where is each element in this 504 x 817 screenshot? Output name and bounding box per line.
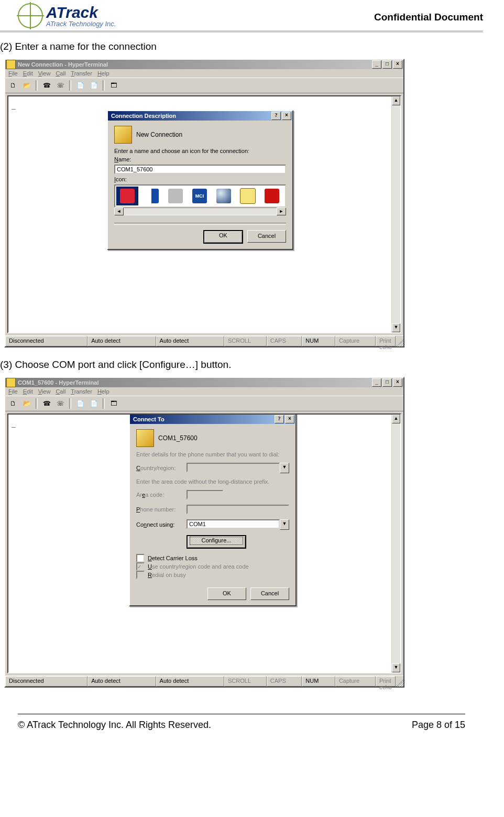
help-button[interactable]: ? bbox=[271, 112, 281, 120]
connect-using-label: Connect using: bbox=[136, 521, 183, 528]
icon-option-5[interactable] bbox=[216, 189, 231, 203]
chevron-down-icon[interactable]: ▼ bbox=[280, 519, 289, 530]
maximize-button[interactable]: □ bbox=[382, 60, 392, 69]
icon-scrollbar[interactable]: ◄ ► bbox=[114, 208, 286, 215]
menu-file[interactable]: File bbox=[8, 388, 18, 395]
hyperterminal-window-1: New Connection - HyperTerminal _ □ × Fil… bbox=[4, 59, 404, 347]
scroll-left-icon[interactable]: ◄ bbox=[114, 208, 124, 215]
icon-option-6[interactable] bbox=[240, 188, 256, 204]
status-bar: Disconnected Auto detect Auto detect SCR… bbox=[5, 676, 403, 687]
app-icon bbox=[6, 378, 16, 387]
menubar: File Edit View Call Transfer Help bbox=[5, 69, 403, 78]
titlebar[interactable]: COM1_57600 - HyperTerminal _ □ × bbox=[5, 378, 403, 387]
cursor-icon: _ bbox=[12, 420, 16, 428]
status-connection: Disconnected bbox=[5, 336, 87, 346]
vertical-scrollbar[interactable]: ▲ ▼ bbox=[391, 415, 400, 672]
properties-icon[interactable]: 🗔 bbox=[108, 80, 119, 91]
scroll-up-icon[interactable]: ▲ bbox=[392, 96, 400, 105]
menu-help[interactable]: Help bbox=[97, 388, 109, 395]
resize-grip-icon[interactable] bbox=[396, 336, 403, 346]
scroll-down-icon[interactable]: ▼ bbox=[392, 323, 400, 332]
app-icon bbox=[6, 60, 16, 69]
icon-option-3[interactable] bbox=[168, 189, 183, 203]
titlebar[interactable]: New Connection - HyperTerminal _ □ × bbox=[5, 60, 403, 69]
icon-option-7[interactable] bbox=[265, 189, 279, 203]
status-scroll: SCROLL bbox=[224, 676, 267, 687]
icon-option-4[interactable]: MCI bbox=[192, 189, 207, 203]
new-icon[interactable]: 🗋 bbox=[7, 398, 19, 409]
scroll-up-icon[interactable]: ▲ bbox=[392, 415, 400, 423]
send-icon[interactable]: 📄 bbox=[74, 80, 86, 91]
dialog-close-button[interactable]: × bbox=[282, 112, 291, 120]
redial-checkbox: Redial on busy bbox=[136, 571, 289, 579]
step2-caption: (2) Enter a name for the connection bbox=[0, 41, 483, 52]
open-icon[interactable]: 📂 bbox=[21, 398, 32, 409]
resize-grip-icon[interactable] bbox=[396, 676, 403, 687]
brand-subtitle: ATrack Technology Inc. bbox=[46, 20, 116, 27]
window-title: New Connection - HyperTerminal bbox=[18, 61, 371, 68]
help-button[interactable]: ? bbox=[275, 415, 284, 423]
name-input[interactable]: COM1_57600 bbox=[114, 165, 286, 174]
menu-transfer[interactable]: Transfer bbox=[71, 388, 92, 395]
menubar: File Edit View Call Transfer Help bbox=[5, 387, 403, 396]
chevron-down-icon: ▼ bbox=[280, 463, 289, 473]
icon-label: Icon: bbox=[114, 176, 127, 182]
country-combo bbox=[187, 463, 280, 472]
dialog-titlebar[interactable]: Connection Description ? × bbox=[108, 111, 292, 121]
brand-logo: ATrack ATrack Technology Inc. bbox=[18, 3, 116, 28]
name-label: Name: bbox=[114, 156, 131, 162]
close-button[interactable]: × bbox=[393, 378, 402, 387]
cancel-button[interactable]: Cancel bbox=[247, 230, 286, 243]
menu-transfer[interactable]: Transfer bbox=[71, 70, 92, 77]
menu-call[interactable]: Call bbox=[56, 388, 65, 395]
dialog-titlebar[interactable]: Connect To ? × bbox=[130, 415, 295, 424]
hangup-icon[interactable]: ☏ bbox=[54, 80, 66, 91]
properties-icon[interactable]: 🗔 bbox=[108, 398, 119, 409]
menu-view[interactable]: View bbox=[38, 70, 51, 77]
detect-carrier-checkbox[interactable]: Detect Carrier Loss bbox=[136, 554, 289, 562]
cancel-button[interactable]: Cancel bbox=[250, 587, 289, 600]
menu-view[interactable]: View bbox=[38, 388, 51, 395]
footer-page: Page 8 of 15 bbox=[412, 720, 465, 731]
menu-help[interactable]: Help bbox=[97, 70, 109, 77]
close-button[interactable]: × bbox=[393, 60, 402, 69]
country-label: Country/region: bbox=[136, 465, 183, 471]
ok-button[interactable]: OK bbox=[203, 230, 243, 244]
menu-call[interactable]: Call bbox=[56, 70, 65, 77]
open-icon[interactable]: 📂 bbox=[21, 80, 32, 91]
scroll-right-icon[interactable]: ► bbox=[277, 208, 286, 215]
connect-using-combo[interactable]: COM1 bbox=[187, 519, 280, 529]
icon-option-2[interactable] bbox=[144, 189, 159, 203]
menu-file[interactable]: File bbox=[8, 70, 18, 77]
ok-button[interactable]: OK bbox=[207, 587, 246, 600]
icon-option-1[interactable] bbox=[120, 189, 135, 203]
phone-icon bbox=[136, 429, 154, 447]
menu-edit[interactable]: Edit bbox=[23, 388, 33, 395]
configure-button[interactable]: Configure... bbox=[187, 535, 246, 549]
new-icon[interactable]: 🗋 bbox=[7, 80, 19, 91]
scroll-down-icon[interactable]: ▼ bbox=[392, 663, 400, 672]
area-input bbox=[187, 490, 223, 499]
hangup-icon[interactable]: ☏ bbox=[54, 398, 66, 409]
maximize-button[interactable]: □ bbox=[382, 378, 392, 387]
status-printecho: Print echo bbox=[376, 676, 396, 687]
send-icon[interactable]: 📄 bbox=[74, 398, 86, 409]
call-icon[interactable]: ☎ bbox=[41, 398, 52, 409]
receive-icon[interactable]: 📄 bbox=[88, 398, 100, 409]
vertical-scrollbar[interactable]: ▲ ▼ bbox=[391, 96, 400, 332]
icon-picker[interactable]: MCI bbox=[114, 184, 286, 208]
phone-label: Phone number: bbox=[136, 506, 183, 513]
status-num: NUM bbox=[302, 336, 335, 346]
dialog-title: Connect To bbox=[131, 416, 273, 422]
status-num: NUM bbox=[302, 676, 335, 687]
toolbar: 🗋 📂 ☎ ☏ 📄 📄 🗔 bbox=[5, 396, 403, 411]
dialog-close-button[interactable]: × bbox=[285, 415, 294, 423]
toolbar: 🗋 📂 ☎ ☏ 📄 📄 🗔 bbox=[5, 78, 403, 93]
minimize-button[interactable]: _ bbox=[372, 378, 381, 387]
name-input-value: COM1_57600 bbox=[117, 166, 153, 172]
menu-edit[interactable]: Edit bbox=[23, 70, 33, 77]
status-capture: Capture bbox=[335, 676, 376, 687]
minimize-button[interactable]: _ bbox=[372, 60, 381, 69]
receive-icon[interactable]: 📄 bbox=[88, 80, 100, 91]
call-icon[interactable]: ☎ bbox=[41, 80, 52, 91]
